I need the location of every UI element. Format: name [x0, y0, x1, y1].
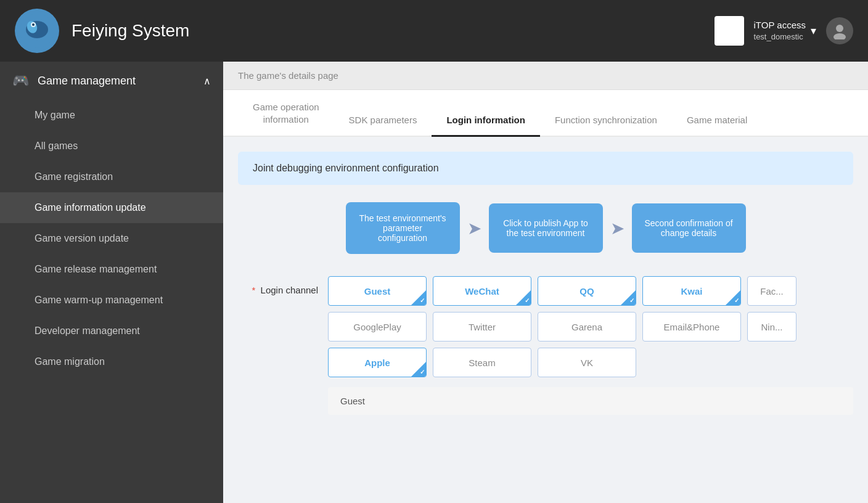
sidebar-item-game-release-management[interactable]: Game release management	[0, 254, 223, 285]
guest-section: Guest	[328, 387, 853, 415]
arrow-icon-1: ➤	[467, 218, 481, 239]
tab-sdk-parameters[interactable]: SDK parameters	[334, 104, 432, 137]
app-title: Feiying System	[72, 21, 714, 41]
channel-btn-apple[interactable]: Apple	[328, 348, 427, 377]
info-banner: Joint debugging environment configuratio…	[238, 152, 853, 185]
sidebar-item-game-information-update[interactable]: Game information update	[0, 192, 223, 223]
sidebar-item-my-game[interactable]: My game	[0, 100, 223, 131]
sidebar-item-game-registration[interactable]: Game registration	[0, 162, 223, 192]
channel-btn-kwai[interactable]: Kwai	[642, 276, 741, 306]
channel-btn-qq[interactable]: QQ	[538, 276, 636, 306]
channel-btn-guest[interactable]: Guest	[328, 276, 427, 306]
channel-btn-fac[interactable]: Fac...	[747, 276, 796, 306]
channel-btn-vk[interactable]: VK	[538, 348, 636, 377]
flow-step-2[interactable]: Click to publish App to the test environ…	[489, 203, 603, 253]
flow-step-1[interactable]: The test environment's parameter configu…	[346, 202, 460, 254]
page-content: Joint debugging environment configuratio…	[223, 137, 868, 503]
channel-row-2: GooglePlay Twitter Garena Email&Phone Ni	[328, 312, 796, 341]
app-logo	[15, 9, 59, 53]
sidebar-item-game-version-update[interactable]: Game version update	[0, 223, 223, 254]
access-label: iTOP access	[754, 18, 806, 31]
tab-game-material[interactable]: Game material	[672, 104, 762, 137]
tab-login-information[interactable]: Login information	[432, 104, 539, 137]
login-channel-section: * Login channel Guest WeChat	[238, 276, 853, 377]
channel-btn-googleplay[interactable]: GooglePlay	[328, 312, 427, 341]
app-header: Feiying System iTOP access test_domestic…	[0, 0, 868, 62]
svg-point-4	[32, 23, 35, 26]
breadcrumb: The game's details page	[223, 62, 868, 90]
channel-btn-garena[interactable]: Garena	[538, 312, 636, 341]
header-right: iTOP access test_domestic ▾	[714, 16, 853, 46]
svg-point-6	[833, 33, 846, 39]
main-layout: 🎮 Game management ∧ My game All games Ga…	[0, 62, 868, 503]
channel-grid: Guest WeChat QQ Kwai	[328, 276, 796, 377]
channel-btn-steam[interactable]: Steam	[433, 348, 531, 377]
channel-btn-wechat[interactable]: WeChat	[433, 276, 531, 306]
channel-btn-emailphone[interactable]: Email&Phone	[642, 312, 741, 341]
channel-row-3: Apple Steam VK	[328, 348, 796, 377]
chevron-up-icon: ∧	[203, 75, 211, 87]
login-channel-label: * Login channel	[238, 276, 318, 295]
sidebar-item-developer-management[interactable]: Developer management	[0, 316, 223, 346]
sidebar-item-game-migration[interactable]: Game migration	[0, 346, 223, 377]
channel-btn-nin[interactable]: Nin...	[747, 312, 796, 341]
flow-step-3[interactable]: Second confirmation of change details	[632, 203, 746, 253]
svg-point-5	[836, 25, 843, 32]
avatar[interactable]	[826, 17, 853, 44]
gamepad-icon: 🎮	[12, 73, 29, 89]
tabs-bar: Game operation information SDK parameter…	[223, 90, 868, 137]
sidebar-section-game-management[interactable]: 🎮 Game management ∧	[0, 62, 223, 100]
dropdown-icon[interactable]: ▾	[811, 24, 816, 38]
user-info: iTOP access test_domestic ▾	[754, 18, 816, 43]
sidebar-item-all-games[interactable]: All games	[0, 131, 223, 162]
content-area: The game's details page Game operation i…	[223, 62, 868, 503]
header-white-box	[714, 16, 744, 46]
user-text: iTOP access test_domestic	[754, 18, 806, 43]
tab-function-synchronization[interactable]: Function synchronization	[540, 104, 672, 137]
sidebar-section-label: Game management	[38, 75, 136, 88]
flow-steps: The test environment's parameter configu…	[238, 202, 853, 254]
required-marker: *	[252, 285, 256, 295]
channel-row-1: Guest WeChat QQ Kwai	[328, 276, 796, 306]
sidebar: 🎮 Game management ∧ My game All games Ga…	[0, 62, 223, 503]
channel-btn-twitter[interactable]: Twitter	[433, 312, 531, 341]
arrow-icon-2: ➤	[610, 218, 624, 239]
sidebar-item-game-warmup-management[interactable]: Game warm-up management	[0, 285, 223, 316]
user-label: test_domestic	[754, 31, 806, 43]
tab-game-operation-info[interactable]: Game operation information	[238, 90, 334, 137]
